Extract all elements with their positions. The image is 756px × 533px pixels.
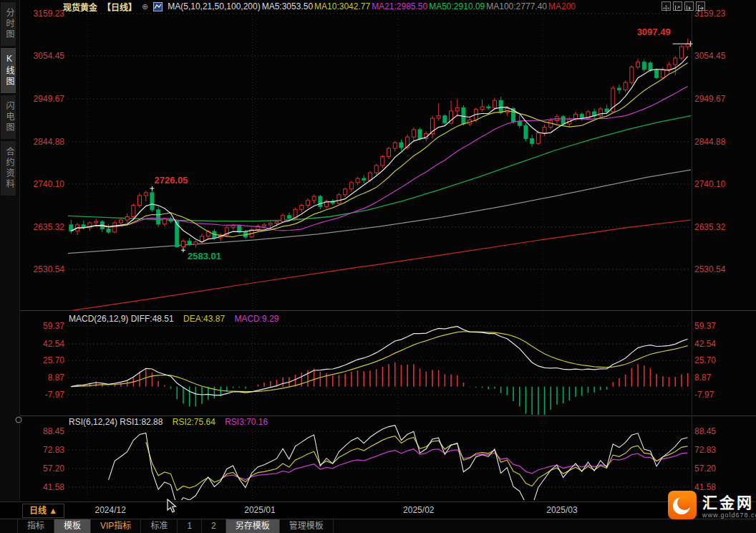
tab-7[interactable]: 管理模板 xyxy=(280,519,334,533)
rsi-axis-label: 57.20 xyxy=(21,464,64,474)
macd-pane-title: MACD(26,12,9) DIFF:48.51 DEA:43.87 MACD:… xyxy=(69,314,278,324)
site-watermark: 汇金网 www.gold678.com xyxy=(668,491,756,522)
site-name: 汇金网 xyxy=(702,495,756,511)
price-axis-label: 2949.67 xyxy=(21,94,64,104)
rsi-axis-label: 88.45 xyxy=(694,426,742,436)
month-label-2: 2025/02 xyxy=(403,505,434,515)
crosshair-icon[interactable] xyxy=(662,1,671,11)
macd-dea-value: DEA:43.87 xyxy=(183,314,225,324)
indicator-chart-icon xyxy=(153,2,163,11)
window-toolbar xyxy=(662,1,705,11)
macd-axis-label: 8.87 xyxy=(21,373,64,383)
site-logo-icon xyxy=(668,491,697,522)
price-axis-label: 2949.67 xyxy=(694,94,742,104)
ma-value-1: MA5:3053.50 xyxy=(262,1,313,11)
tab-4[interactable]: 1 xyxy=(178,519,202,533)
macd-axis-label: 42.54 xyxy=(694,339,742,349)
rsi-axis-label: 88.45 xyxy=(21,426,64,436)
rsi2-value: RSI2:75.64 xyxy=(173,417,215,427)
ma-value-2: MA10:3042.77 xyxy=(314,1,370,11)
month-label-3: 2025/03 xyxy=(546,505,577,515)
rsi-axis-label: 72.83 xyxy=(694,445,742,455)
mouse-cursor xyxy=(167,499,178,513)
chart-app: 分时图K线图闪电图合约资料 现货黄金 【日线】 ⊕ MA(5,10,21,50,… xyxy=(0,0,756,533)
period-selector[interactable]: 日线 ▲ xyxy=(22,504,64,518)
ma-value-6: MA200 xyxy=(548,1,576,11)
month-label-0: 2024/12 xyxy=(94,505,125,515)
tab-6[interactable]: 另存模板 xyxy=(226,519,280,533)
tab-0[interactable]: 指标 xyxy=(17,519,54,533)
macd-hist-value: MACD:9.29 xyxy=(234,314,278,324)
price-axis-label: 2844.88 xyxy=(694,137,742,147)
macd-axis-label: 59.37 xyxy=(21,321,64,331)
tab-1[interactable]: 模板 xyxy=(54,519,91,533)
ma-value-3: MA21:2985.50 xyxy=(372,1,427,11)
ma-value-4: MA50:2910.09 xyxy=(429,1,485,11)
price-axis-label: 2844.88 xyxy=(21,137,64,147)
svg-text:2583.01: 2583.01 xyxy=(188,251,221,261)
detach-window-icon[interactable] xyxy=(696,1,705,11)
svg-text:3097.49: 3097.49 xyxy=(637,27,671,37)
period-selector-label: 日线 xyxy=(29,506,47,516)
macd-title-main: MACD(26,12,9) DIFF:48.51 xyxy=(69,314,174,324)
month-label-1: 2025/01 xyxy=(244,505,275,515)
link-icon[interactable]: ⊕ xyxy=(142,2,148,11)
ma-value-0: MA(5,10,21,50,100,200) xyxy=(168,1,260,11)
price-axis-label: 2740.10 xyxy=(21,179,64,189)
price-axis-label: 3159.23 xyxy=(21,9,64,19)
price-axis-label: 3054.45 xyxy=(694,51,742,61)
chart-header: 现货黄金 【日线】 ⊕ MA(5,10,21,50,100,200)MA5:30… xyxy=(63,1,577,12)
price-axis-label: 2635.32 xyxy=(21,222,64,232)
rsi3-value: RSI3:70.16 xyxy=(225,417,268,427)
macd-axis-label: 42.54 xyxy=(21,339,64,349)
tab-3[interactable]: 标准 xyxy=(141,519,178,533)
tab-2[interactable]: VIP指标 xyxy=(91,519,141,533)
price-axis-label: 2530.54 xyxy=(21,264,64,274)
ma-values: MA(5,10,21,50,100,200)MA5:3053.50MA10:30… xyxy=(168,1,577,11)
rsi-axis-label: 57.20 xyxy=(694,464,742,474)
site-url: www.gold678.com xyxy=(702,512,756,519)
chart-canvas[interactable]: 2726.052583.013097.49 xyxy=(0,0,756,533)
tab-5[interactable]: 2 xyxy=(202,519,226,533)
macd-axis-label: -7.97 xyxy=(694,390,742,400)
x-axis-zoom-icon[interactable] xyxy=(684,1,694,11)
rsi1-value: RSI(6,12,24) RSI1:82.88 xyxy=(69,417,163,427)
symbol-name[interactable]: 现货黄金 xyxy=(63,1,97,13)
rsi-axis-label: 41.58 xyxy=(21,482,64,492)
price-axis-label: 2635.32 xyxy=(694,222,742,232)
ma-value-5: MA100:2777.40 xyxy=(486,1,547,11)
macd-axis-label: 25.70 xyxy=(694,355,742,365)
svg-text:2726.05: 2726.05 xyxy=(154,175,188,186)
rsi-pane-title: RSI(6,12,24) RSI1:82.88 RSI2:75.64 RSI3:… xyxy=(69,417,268,427)
period-label[interactable]: 【日线】 xyxy=(102,1,137,13)
y-axis-zoom-icon[interactable] xyxy=(673,1,682,11)
macd-axis-label: 25.70 xyxy=(21,355,64,365)
price-axis-label: 2530.54 xyxy=(694,264,742,274)
price-axis-label: 3054.45 xyxy=(21,51,64,61)
time-axis: 日线 ▲ 2024/122025/012025/022025/03 xyxy=(0,502,756,518)
price-axis-label: 2740.10 xyxy=(694,179,742,189)
macd-axis-label: 8.87 xyxy=(694,373,742,383)
rsi-axis-label: 72.83 xyxy=(21,445,64,455)
macd-axis-label: 59.37 xyxy=(694,321,742,331)
bottom-tabbar: 指标模板VIP指标标准12另存模板管理模板 xyxy=(0,519,756,533)
chevron-up-icon: ▲ xyxy=(49,506,57,516)
macd-axis-label: -7.97 xyxy=(21,390,64,400)
